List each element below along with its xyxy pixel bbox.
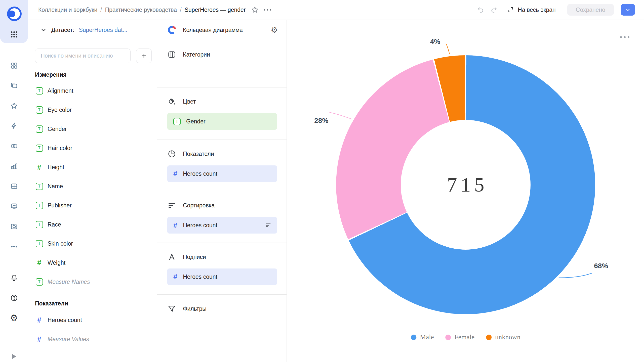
field-label: Eye color	[48, 107, 72, 113]
dimensions-heading: Измерения	[35, 71, 157, 78]
field-chip[interactable]: #Heroes count	[167, 268, 277, 285]
add-field-button[interactable]	[136, 49, 152, 63]
chart-settings-gear-icon[interactable]: ⚙	[271, 26, 278, 34]
fields-panel: Датасет: SuperHeroes dat... Измерения TA…	[28, 20, 157, 362]
breadcrumb-item[interactable]: Коллекции и воркбуки	[38, 7, 97, 13]
field-label: Heroes count	[48, 317, 82, 324]
more-icon[interactable]	[263, 5, 272, 14]
number-field-icon: #	[37, 259, 41, 266]
dataset-link[interactable]: SuperHeroes dat...	[79, 27, 127, 33]
field-item[interactable]: TName	[28, 177, 157, 196]
field-item[interactable]: TEye color	[28, 100, 157, 119]
bell-icon[interactable]	[6, 268, 23, 288]
left-rail: ⚙	[0, 0, 28, 362]
chart-config-panel: Кольцевая диаграмма ⚙ Категории Цвет TGe…	[157, 20, 287, 362]
table-icon[interactable]	[6, 176, 23, 196]
bar-chart-icon[interactable]	[6, 156, 23, 176]
field-label: Weight	[48, 259, 65, 266]
top-bar: Коллекции и воркбуки/Практические руково…	[28, 0, 644, 20]
string-field-icon: T	[173, 118, 181, 125]
field-item[interactable]: TRace	[28, 215, 157, 234]
apps-grid-icon[interactable]	[0, 27, 28, 41]
breadcrumb-item: SuperHeroes — gender	[185, 7, 246, 13]
donut-chart-type-icon[interactable]	[167, 25, 177, 35]
save-dropdown-button[interactable]	[621, 4, 635, 16]
field-chip[interactable]: #Heroes count	[167, 217, 277, 234]
help-icon[interactable]	[6, 288, 23, 308]
number-field-icon: #	[173, 273, 177, 281]
field-chip[interactable]: TGender	[167, 113, 277, 130]
field-label: Alignment	[48, 87, 73, 94]
field-item[interactable]: TAlignment	[28, 81, 157, 100]
section-categories: Категории	[157, 40, 287, 87]
undo-icon[interactable]	[476, 5, 485, 14]
number-field-icon: #	[37, 316, 41, 324]
field-item[interactable]: TMeasure Names	[28, 272, 157, 291]
field-item[interactable]: #Height	[28, 158, 157, 177]
measures-heading: Показатели	[35, 300, 157, 307]
circles-icon[interactable]	[6, 136, 23, 156]
field-item[interactable]: #Heroes count	[28, 310, 157, 330]
field-label: Height	[48, 164, 64, 171]
legend-item[interactable]: Female	[446, 333, 474, 341]
field-label: Measure Values	[48, 336, 89, 343]
search-input[interactable]	[35, 49, 131, 63]
redo-icon[interactable]	[490, 5, 499, 14]
star-icon[interactable]	[6, 96, 23, 116]
monitor-icon[interactable]	[6, 196, 23, 216]
legend-dot	[486, 335, 492, 340]
fullscreen-icon	[507, 6, 514, 14]
chart-pane: 715 68%28%4% MaleFemaleunknown	[287, 20, 644, 362]
fullscreen-label: На весь экран	[518, 7, 556, 13]
chevron-down-icon[interactable]	[40, 27, 47, 33]
more-icon[interactable]	[6, 237, 23, 257]
section-labels: Подписи #Heroes count	[157, 243, 287, 295]
string-field-icon: T	[36, 145, 43, 152]
total-value: 715	[444, 173, 488, 196]
field-label: Race	[48, 221, 61, 228]
chip-label: Heroes count	[183, 222, 217, 229]
field-label: Publisher	[48, 202, 72, 209]
legend-label: unknown	[495, 333, 520, 341]
legend-item[interactable]: Male	[411, 333, 434, 341]
field-item[interactable]: TGender	[28, 119, 157, 139]
expand-icon[interactable]	[12, 354, 16, 359]
breadcrumb-item[interactable]: Практические руководства	[105, 7, 177, 13]
chart-more-icon[interactable]	[619, 35, 631, 39]
squares-icon[interactable]	[6, 56, 23, 76]
field-item[interactable]: TSkin color	[28, 234, 157, 253]
folders-icon[interactable]	[6, 76, 23, 96]
chip-label: Heroes count	[183, 170, 217, 177]
legend-item[interactable]: unknown	[486, 333, 520, 341]
chip-label: Gender	[186, 118, 206, 125]
string-field-icon: T	[36, 87, 43, 95]
settings-icon[interactable]: ⚙	[6, 308, 23, 328]
section-label: Цвет	[183, 98, 196, 105]
field-chip[interactable]: #Heroes count	[167, 165, 277, 182]
field-item[interactable]: TPublisher	[28, 196, 157, 215]
section-label: Показатели	[183, 151, 214, 157]
pie-icon	[167, 149, 176, 158]
sort-desc-icon[interactable]	[264, 221, 272, 229]
chart-legend: MaleFemaleunknown	[411, 333, 520, 341]
breadcrumb: Коллекции и воркбуки/Практические руково…	[38, 7, 246, 13]
donut-chart[interactable]: 715	[336, 55, 595, 314]
saved-button[interactable]: Сохранено	[567, 4, 614, 16]
fullscreen-button[interactable]: На весь экран	[507, 6, 556, 14]
chip-label: Heroes count	[183, 274, 217, 280]
field-item[interactable]: THair color	[28, 139, 157, 158]
field-item[interactable]: #Weight	[28, 253, 157, 272]
datalens-logo[interactable]	[7, 7, 22, 21]
rail-bottom-strip	[0, 351, 28, 362]
field-item[interactable]: #Measure Values	[28, 330, 157, 349]
dimensions-list: TAlignmentTEye colorTGenderTHair color#H…	[28, 81, 157, 291]
folder-upload-icon[interactable]	[6, 216, 23, 237]
field-label: Hair color	[48, 145, 72, 152]
chart-type-label[interactable]: Кольцевая диаграмма	[183, 27, 265, 33]
chart-type-header: Кольцевая диаграмма ⚙	[157, 20, 287, 40]
string-field-icon: T	[36, 183, 43, 190]
lightning-icon[interactable]	[6, 116, 23, 136]
star-icon[interactable]	[250, 5, 259, 14]
dataset-label: Датасет:	[51, 27, 74, 33]
field-label: Measure Names	[48, 279, 90, 285]
